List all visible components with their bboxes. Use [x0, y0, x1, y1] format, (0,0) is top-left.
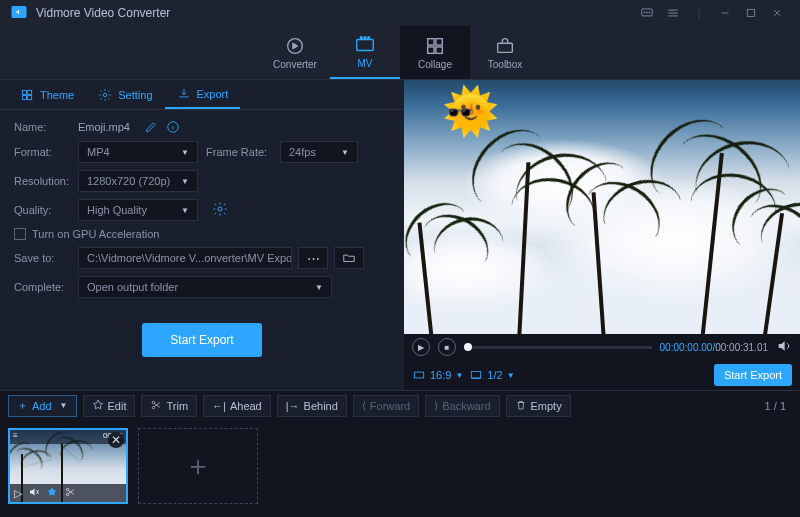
resolution-select[interactable]: 1280x720 (720p)▼	[78, 170, 198, 192]
add-button[interactable]: ＋Add▼	[8, 395, 77, 417]
svg-point-9	[364, 37, 366, 39]
ahead-button[interactable]: ←|Ahead	[203, 395, 271, 417]
tab-setting[interactable]: Setting	[86, 80, 164, 109]
behind-button[interactable]: |→Behind	[277, 395, 347, 417]
svg-point-10	[368, 37, 370, 39]
nav-toolbox[interactable]: Toolbox	[470, 26, 540, 79]
seek-knob[interactable]	[464, 343, 472, 351]
remove-clip-icon[interactable]: ✕	[108, 432, 124, 448]
add-clip-slot[interactable]: ＋	[138, 428, 258, 504]
mv-icon	[354, 34, 376, 56]
svg-point-4	[649, 12, 650, 13]
quality-select[interactable]: High Quality▼	[78, 199, 198, 221]
setting-icon	[98, 88, 112, 102]
nav-converter[interactable]: Converter	[260, 26, 330, 79]
gpu-checkbox[interactable]	[14, 228, 26, 240]
name-info-icon[interactable]	[166, 120, 180, 134]
svg-point-22	[218, 207, 222, 211]
backward-icon: ⟩	[434, 399, 438, 412]
trim-button[interactable]: Trim	[141, 395, 197, 417]
scale-select[interactable]: 1/2▼	[469, 368, 514, 382]
complete-label: Complete:	[14, 281, 70, 293]
svg-rect-14	[436, 47, 442, 53]
tab-theme[interactable]: Theme	[8, 80, 86, 109]
seek-track[interactable]	[464, 346, 652, 349]
menu-icon[interactable]	[660, 0, 686, 26]
gpu-label: Turn on GPU Acceleration	[32, 228, 159, 240]
clip-thumbnail[interactable]: ≡00:31 ✕ ▷	[8, 428, 128, 504]
plus-icon: ＋	[17, 398, 28, 413]
clip-trim-icon[interactable]	[64, 486, 76, 500]
app-title: Vidmore Video Converter	[36, 6, 170, 20]
minimize-icon[interactable]	[712, 0, 738, 26]
complete-select[interactable]: Open output folder▼	[78, 276, 332, 298]
divider: |	[686, 0, 712, 26]
svg-rect-17	[28, 90, 32, 94]
svg-point-2	[644, 12, 645, 13]
volume-icon[interactable]	[776, 338, 792, 356]
aspect-select[interactable]: 16:9▼	[412, 368, 463, 382]
video-preview[interactable]: 🌞 🕶️	[404, 80, 800, 334]
gpu-row[interactable]: Turn on GPU Acceleration	[14, 228, 390, 240]
preview-options: 16:9▼ 1/2▼ Start Export	[404, 360, 800, 390]
preview-controls: ▶ ■ 00:00:00.00/00:00:31.01	[404, 334, 800, 360]
svg-rect-11	[428, 39, 434, 45]
chevron-down-icon: ▼	[181, 177, 189, 186]
svg-rect-16	[22, 90, 26, 94]
saveto-path[interactable]: C:\Vidmore\Vidmore V...onverter\MV Expor…	[78, 247, 292, 269]
svg-rect-5	[748, 10, 755, 17]
preview-start-export-button[interactable]: Start Export	[714, 364, 792, 386]
forward-button[interactable]: ⟨Forward	[353, 395, 419, 417]
saveto-label: Save to:	[14, 252, 70, 264]
edit-name-icon[interactable]	[144, 120, 158, 134]
tab-export[interactable]: Export	[165, 80, 241, 109]
trash-icon	[515, 399, 527, 413]
toolbox-icon	[494, 35, 516, 57]
maximize-icon[interactable]	[738, 0, 764, 26]
stop-button[interactable]: ■	[438, 338, 456, 356]
framerate-select[interactable]: 24fps▼	[280, 141, 358, 163]
resolution-label: Resolution:	[14, 175, 70, 187]
empty-button[interactable]: Empty	[506, 395, 571, 417]
clip-edit-icon[interactable]	[46, 486, 58, 500]
start-export-button[interactable]: Start Export	[142, 323, 262, 357]
emoji-sunglasses-overlay: 🕶️	[446, 102, 473, 124]
saveto-more-icon[interactable]: ⋯	[298, 247, 328, 269]
svg-rect-7	[357, 40, 374, 51]
clip-mute-icon[interactable]	[28, 486, 40, 500]
svg-rect-18	[22, 95, 26, 99]
chevron-down-icon: ▼	[181, 206, 189, 215]
nav-mv[interactable]: MV	[330, 26, 400, 79]
svg-point-8	[360, 37, 362, 39]
theme-icon	[20, 88, 34, 102]
backward-button[interactable]: ⟩Backward	[425, 395, 499, 417]
export-icon	[177, 87, 191, 101]
plus-icon: ＋	[184, 447, 212, 485]
export-panel: Theme Setting Export Name: Emoji.mp4 For…	[0, 80, 404, 390]
svg-rect-24	[472, 372, 481, 378]
chevron-down-icon: ▼	[60, 401, 68, 410]
chevron-down-icon: ▼	[507, 371, 515, 380]
saveto-folder-icon[interactable]	[334, 247, 364, 269]
close-icon[interactable]	[764, 0, 790, 26]
svg-point-25	[153, 406, 156, 409]
quality-settings-icon[interactable]	[212, 201, 228, 219]
feedback-icon[interactable]	[634, 0, 660, 26]
format-select[interactable]: MP4▼	[78, 141, 198, 163]
nav-collage[interactable]: Collage	[400, 26, 470, 79]
chevron-down-icon: ▼	[341, 148, 349, 157]
svg-point-3	[647, 12, 648, 13]
framerate-label: Frame Rate:	[206, 146, 272, 158]
chevron-down-icon: ▼	[181, 148, 189, 157]
play-button[interactable]: ▶	[412, 338, 430, 356]
clip-play-icon[interactable]: ▷	[14, 487, 22, 500]
chevron-down-icon: ▼	[315, 283, 323, 292]
top-nav: Converter MV Collage Toolbox	[0, 26, 800, 80]
svg-rect-23	[414, 372, 423, 378]
edit-button[interactable]: Edit	[83, 395, 136, 417]
page-indicator: 1 / 1	[765, 400, 786, 412]
chevron-down-icon: ▼	[455, 371, 463, 380]
svg-point-20	[104, 93, 108, 97]
export-form: Name: Emoji.mp4 Format: MP4▼ Frame Rate:…	[0, 110, 404, 363]
collage-icon	[424, 35, 446, 57]
